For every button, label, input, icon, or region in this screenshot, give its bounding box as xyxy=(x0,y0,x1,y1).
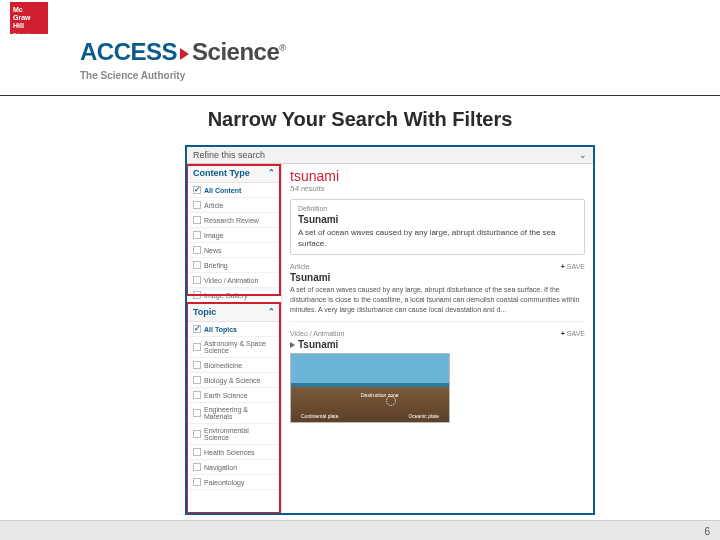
checkbox-icon[interactable] xyxy=(193,463,201,471)
checkbox-icon[interactable] xyxy=(193,216,201,224)
slide-footer xyxy=(0,520,720,540)
checkbox-icon[interactable] xyxy=(193,186,201,194)
facet-label: Research Review xyxy=(204,217,259,224)
checkbox-icon[interactable] xyxy=(193,261,201,269)
facet-label: All Content xyxy=(204,187,241,194)
topic-item[interactable]: Health Sciences xyxy=(187,445,281,460)
checkbox-icon[interactable] xyxy=(193,246,201,254)
facet-label: Astronomy & Space Science xyxy=(204,340,275,354)
content-type-item[interactable]: Video / Animation xyxy=(187,273,281,288)
definition-box: Definition Tsunami A set of ocean waves … xyxy=(290,199,585,255)
accessscience-logo: ACCESSScience® The Science Authority xyxy=(80,38,285,81)
result-video[interactable]: +SAVE Video / Animation Tsunami Destruct… xyxy=(290,330,585,429)
checkbox-icon[interactable] xyxy=(193,276,201,284)
search-results-screenshot: Refine this search ⌄ Content Type⌃ All C… xyxy=(185,145,595,515)
checkbox-icon[interactable] xyxy=(193,201,201,209)
checkbox-icon[interactable] xyxy=(193,430,201,438)
checkbox-icon[interactable] xyxy=(193,325,201,333)
content-type-item[interactable]: All Content xyxy=(187,183,281,198)
caret-up-icon: ⌃ xyxy=(268,307,275,316)
page-number: 6 xyxy=(704,526,710,537)
filter-sidebar: Content Type⌃ All ContentArticleResearch… xyxy=(187,164,282,512)
slide-title: Narrow Your Search With Filters xyxy=(0,108,720,131)
triangle-icon xyxy=(180,48,189,60)
facet-label: Engineering & Materials xyxy=(204,406,275,420)
facet-label: Biomedicine xyxy=(204,362,242,369)
content-type-item[interactable]: Image xyxy=(187,228,281,243)
content-type-item[interactable]: Image Gallery xyxy=(187,288,281,303)
topic-item[interactable]: Environmental Science xyxy=(187,424,281,445)
content-type-item[interactable]: Article xyxy=(187,198,281,213)
save-button[interactable]: +SAVE xyxy=(561,263,585,270)
facet-content-type-header[interactable]: Content Type⌃ xyxy=(187,164,281,183)
content-type-item[interactable]: Briefing xyxy=(187,258,281,273)
save-button[interactable]: +SAVE xyxy=(561,330,585,337)
topic-item[interactable]: Biology & Science xyxy=(187,373,281,388)
result-article[interactable]: +SAVE Article Tsunami A set of ocean wav… xyxy=(290,263,585,322)
checkbox-icon[interactable] xyxy=(193,343,201,351)
facet-topic-header[interactable]: Topic⌃ xyxy=(187,303,281,322)
caret-up-icon: ⌃ xyxy=(268,168,275,177)
content-type-item[interactable]: Research Review xyxy=(187,213,281,228)
content-type-item[interactable]: News xyxy=(187,243,281,258)
video-thumbnail[interactable]: Destruction zone Continental plate Ocean… xyxy=(290,353,450,423)
chevron-down-icon: ⌄ xyxy=(579,150,587,160)
facet-label: Earth Science xyxy=(204,392,248,399)
checkbox-icon[interactable] xyxy=(193,376,201,384)
topic-item[interactable]: All Topics xyxy=(187,322,281,337)
facet-label: Article xyxy=(204,202,223,209)
topic-item[interactable]: Biomedicine xyxy=(187,358,281,373)
facet-label: Video / Animation xyxy=(204,277,258,284)
results-column: tsunami 54 results Definition Tsunami A … xyxy=(282,164,593,512)
header-divider xyxy=(0,95,720,96)
checkbox-icon[interactable] xyxy=(193,391,201,399)
facet-label: Image Gallery xyxy=(204,292,248,299)
facet-label: Environmental Science xyxy=(204,427,275,441)
facet-label: Image xyxy=(204,232,223,239)
facet-label: Health Sciences xyxy=(204,449,255,456)
checkbox-icon[interactable] xyxy=(193,478,201,486)
refine-search-bar[interactable]: Refine this search ⌄ xyxy=(187,147,593,164)
checkbox-icon[interactable] xyxy=(193,409,201,417)
facet-label: Navigation xyxy=(204,464,237,471)
checkbox-icon[interactable] xyxy=(193,448,201,456)
topic-item[interactable]: Earth Science xyxy=(187,388,281,403)
topic-item[interactable]: Navigation xyxy=(187,460,281,475)
facet-label: Briefing xyxy=(204,262,228,269)
mcgraw-hill-logo: Mc Graw Hill Education xyxy=(10,2,48,34)
checkbox-icon[interactable] xyxy=(193,231,201,239)
checkbox-icon[interactable] xyxy=(193,361,201,369)
facet-label: Paleontology xyxy=(204,479,244,486)
topic-item[interactable]: Paleontology xyxy=(187,475,281,490)
facet-label: News xyxy=(204,247,222,254)
checkbox-icon[interactable] xyxy=(193,291,201,299)
topic-item[interactable]: Engineering & Materials xyxy=(187,403,281,424)
search-term: tsunami xyxy=(290,168,585,184)
facet-label: All Topics xyxy=(204,326,237,333)
facet-label: Biology & Science xyxy=(204,377,260,384)
play-icon xyxy=(290,342,295,348)
result-count: 54 results xyxy=(290,184,585,193)
topic-item[interactable]: Astronomy & Space Science xyxy=(187,337,281,358)
